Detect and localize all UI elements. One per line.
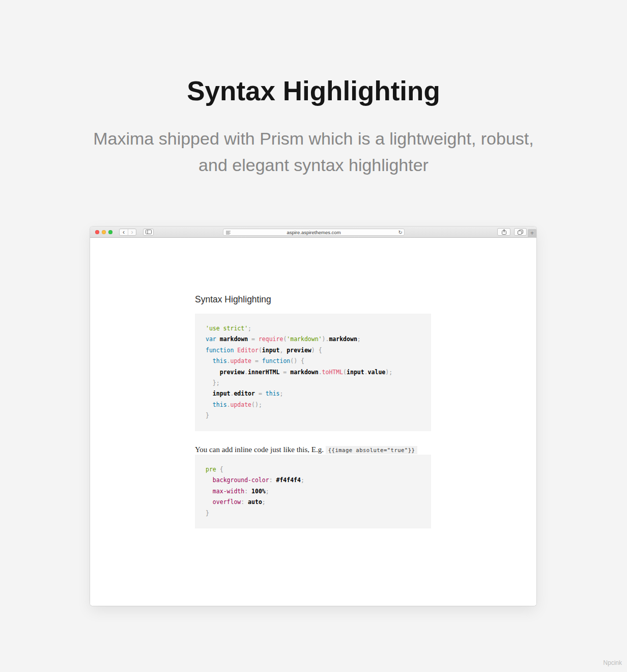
share-button[interactable] bbox=[497, 228, 510, 236]
code-line: background-color: #f4f4f4; bbox=[206, 475, 420, 486]
code-line: } bbox=[206, 508, 420, 519]
browser-toolbar: ‹ › aspire.as bbox=[90, 227, 536, 238]
code-block-javascript: 'use strict';var markdown = require('mar… bbox=[195, 314, 431, 431]
tabs-icon bbox=[518, 230, 523, 235]
new-tab-button[interactable]: + bbox=[528, 229, 536, 238]
inline-code: {{image absolute="true"}} bbox=[326, 446, 418, 454]
inline-code-paragraph: You can add inline code just like this, … bbox=[195, 445, 417, 454]
code-line: function Editor(input, preview) { bbox=[206, 345, 420, 356]
back-button[interactable]: ‹ bbox=[120, 229, 128, 235]
forward-button[interactable]: › bbox=[128, 229, 136, 235]
page-subtitle: Maxima shipped with Prism which is a lig… bbox=[90, 125, 537, 178]
toolbar-right-group bbox=[497, 228, 527, 236]
watermark: Npcink bbox=[603, 659, 622, 666]
forward-icon: › bbox=[131, 229, 133, 235]
page-title: Syntax Highlighting bbox=[0, 75, 627, 106]
code-line: overflow: auto; bbox=[206, 497, 420, 508]
code-line: pre { bbox=[206, 464, 420, 475]
reader-icon[interactable] bbox=[226, 231, 231, 235]
sidebar-toggle-button[interactable] bbox=[143, 229, 154, 236]
code-line: max-width: 100%; bbox=[206, 486, 420, 497]
minimize-window-button[interactable] bbox=[102, 230, 106, 234]
code-line: 'use strict'; bbox=[206, 323, 420, 334]
paragraph-text: You can add inline code just like this, … bbox=[195, 445, 326, 454]
history-nav: ‹ › bbox=[119, 229, 136, 236]
refresh-icon: ↻ bbox=[398, 230, 403, 235]
code-line: preview.innerHTML = markdown.toHTML(inpu… bbox=[206, 367, 420, 378]
code-line: input.editor = this; bbox=[206, 388, 420, 399]
code-line: this.update(); bbox=[206, 400, 420, 410]
content-heading: Syntax Highlighting bbox=[195, 294, 271, 305]
plus-icon: + bbox=[530, 230, 534, 237]
share-icon bbox=[502, 229, 506, 235]
code-line: } bbox=[206, 410, 420, 421]
close-window-button[interactable] bbox=[95, 230, 99, 234]
refresh-button[interactable]: ↻ bbox=[398, 230, 403, 235]
browser-window: ‹ › aspire.as bbox=[90, 227, 536, 606]
url-text: aspire.aspirethemes.com bbox=[287, 230, 340, 235]
url-bar[interactable]: aspire.aspirethemes.com ↻ bbox=[223, 229, 405, 236]
code-line: var markdown = require('markdown').markd… bbox=[206, 334, 420, 345]
code-line: this.update = function() { bbox=[206, 356, 420, 367]
sidebar-icon bbox=[146, 230, 152, 234]
tabs-button[interactable] bbox=[514, 228, 527, 236]
back-icon: ‹ bbox=[123, 229, 125, 235]
code-block-css: pre { background-color: #f4f4f4; max-wid… bbox=[195, 455, 431, 528]
traffic-lights bbox=[95, 230, 112, 234]
page: { "hero": { "title": "Syntax Highlightin… bbox=[0, 0, 627, 672]
code-line: }; bbox=[206, 378, 420, 388]
page-content: Syntax Highlighting 'use strict';var mar… bbox=[90, 238, 536, 606]
zoom-window-button[interactable] bbox=[108, 230, 112, 234]
